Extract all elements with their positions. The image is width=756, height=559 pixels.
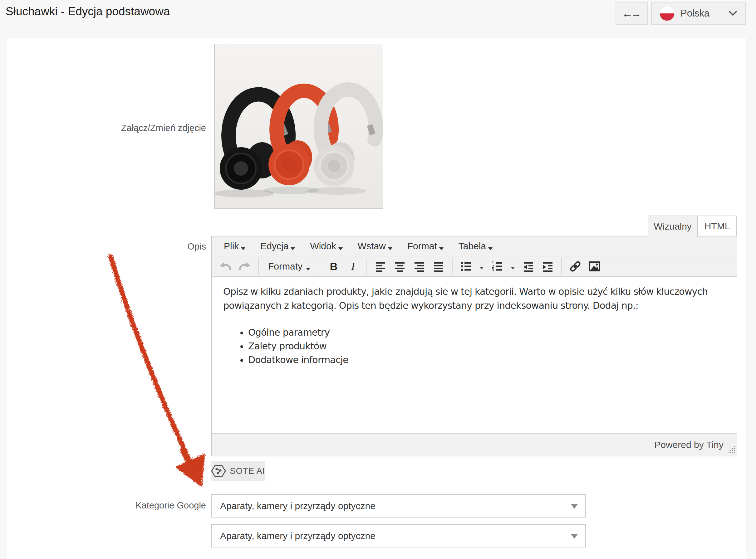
justify-button[interactable]	[430, 258, 448, 275]
align-left-button[interactable]	[371, 258, 390, 275]
undo-icon	[218, 260, 232, 273]
formats-label: Formaty	[268, 261, 302, 272]
editor-bullet-list: Ogólne parametry Zalety produktów Dodatk…	[223, 326, 726, 367]
google-categories-label: Kategorie Google	[7, 500, 206, 511]
toolbar-separator	[258, 258, 259, 275]
menu-caret-icon	[241, 247, 245, 250]
language-selector[interactable]: Polska	[651, 2, 746, 25]
menu-tabela-label: Tabela	[458, 241, 486, 251]
insert-image-button[interactable]	[586, 258, 604, 275]
editor-paragraph: Opisz w kilku zdaniach produkty, jakie z…	[223, 285, 726, 313]
tab-visual[interactable]: Wizualny	[648, 216, 698, 237]
align-right-icon	[412, 260, 426, 273]
numbered-list-icon: 123	[490, 260, 504, 273]
dropdown-arrow-icon	[571, 534, 578, 539]
toolbar-separator	[366, 258, 367, 275]
list-caret-icon	[511, 267, 515, 269]
editor-toolbar: Formaty B I	[212, 256, 737, 277]
justify-icon	[432, 260, 446, 273]
menu-wstaw[interactable]: Wstaw	[350, 237, 400, 256]
align-center-button[interactable]	[391, 258, 409, 275]
page-title: Słuchawki - Edycja podstawowa	[6, 5, 170, 18]
menu-wstaw-label: Wstaw	[358, 241, 386, 251]
image-icon	[588, 260, 602, 273]
toolbar-separator	[561, 258, 562, 275]
left-right-arrows-icon: ←→	[622, 7, 642, 20]
indent-button[interactable]	[539, 258, 557, 275]
toolbar-separator	[320, 258, 320, 275]
undo-button[interactable]	[216, 258, 234, 275]
bullet-list-button[interactable]	[457, 258, 475, 275]
description-label: Opis	[7, 242, 206, 252]
outdent-icon	[522, 260, 535, 273]
menu-caret-icon	[290, 247, 295, 250]
menu-plik[interactable]: Plik	[216, 237, 253, 256]
numbered-list-options-button[interactable]	[507, 258, 518, 275]
redo-button[interactable]	[236, 258, 254, 275]
outdent-button[interactable]	[519, 258, 538, 275]
menu-format-label: Format	[407, 241, 437, 251]
google-category-value: Aparaty, kamery i przyrządy optyczne	[220, 531, 375, 541]
menu-widok[interactable]: Widok	[302, 237, 350, 256]
menu-widok-label: Widok	[310, 241, 336, 251]
indent-icon	[541, 260, 555, 273]
formats-button[interactable]: Formaty	[263, 258, 315, 275]
tiny-branding-link[interactable]: Powered by Tiny	[654, 440, 723, 450]
sote-ai-label: SOTE AI	[230, 466, 265, 476]
editor-content[interactable]: Opisz w kilku zdaniach produkty, jakie z…	[212, 277, 737, 433]
editor-menubar: Plik Edycja Widok Wstaw Format Tabela	[212, 237, 737, 256]
editor-bullet-item: Ogólne parametry	[248, 326, 726, 339]
editor-statusbar: Powered by Tiny	[212, 433, 737, 456]
menu-caret-icon	[338, 247, 343, 250]
tab-html[interactable]: HTML	[698, 216, 737, 236]
redo-icon	[238, 260, 252, 273]
editor-bullet-item: Zalety produktów	[248, 339, 726, 353]
formats-caret-icon	[306, 268, 310, 270]
toolbar-separator	[452, 258, 453, 275]
menu-edycja-label: Edycja	[260, 241, 288, 251]
bullet-list-options-button[interactable]	[476, 258, 487, 275]
align-left-icon	[374, 260, 387, 273]
link-icon	[568, 260, 582, 273]
sote-ai-hexagon-icon	[211, 465, 226, 477]
google-category-select-2[interactable]: Aparaty, kamery i przyrządy optyczne	[211, 524, 586, 547]
svg-text:3: 3	[492, 267, 494, 272]
align-right-button[interactable]	[410, 258, 428, 275]
align-center-icon	[393, 260, 407, 273]
page: Słuchawki - Edycja podstawowa ←→ Polska …	[0, 0, 756, 559]
rich-text-editor: Plik Edycja Widok Wstaw Format Tabela Fo…	[211, 236, 737, 456]
google-category-select-1[interactable]: Aparaty, kamery i przyrządy optyczne	[211, 494, 586, 517]
menu-format[interactable]: Format	[400, 237, 451, 256]
resize-handle[interactable]	[729, 444, 735, 455]
numbered-list-button[interactable]: 123	[488, 258, 506, 275]
google-category-value: Aparaty, kamery i przyrządy optyczne	[220, 501, 375, 511]
category-image[interactable]	[214, 44, 383, 209]
bullet-list-icon	[459, 260, 473, 273]
menu-caret-icon	[488, 247, 493, 250]
dropdown-arrow-icon	[571, 504, 578, 509]
menu-caret-icon	[439, 247, 444, 250]
content-panel: Załącz/Zmień zdjęcie	[7, 38, 746, 559]
menu-caret-icon	[388, 247, 392, 250]
menu-plik-label: Plik	[224, 241, 239, 251]
image-field-label: Załącz/Zmień zdjęcie	[7, 123, 206, 133]
insert-link-button[interactable]	[566, 258, 584, 275]
chevron-down-icon	[729, 10, 737, 16]
list-caret-icon	[480, 267, 483, 269]
headphones-image	[215, 44, 383, 208]
editor-bullet-item: Dodatkowe informacje	[248, 353, 726, 367]
toggle-width-button[interactable]: ←→	[615, 2, 648, 25]
language-label: Polska	[681, 8, 722, 19]
bold-button[interactable]: B	[325, 258, 343, 275]
resize-grip-icon	[729, 446, 735, 453]
sote-ai-button[interactable]: SOTE AI	[211, 461, 265, 481]
menu-edycja[interactable]: Edycja	[253, 237, 302, 256]
italic-button[interactable]: I	[344, 258, 362, 275]
menu-tabela[interactable]: Tabela	[451, 237, 500, 256]
poland-flag-icon	[660, 6, 674, 21]
